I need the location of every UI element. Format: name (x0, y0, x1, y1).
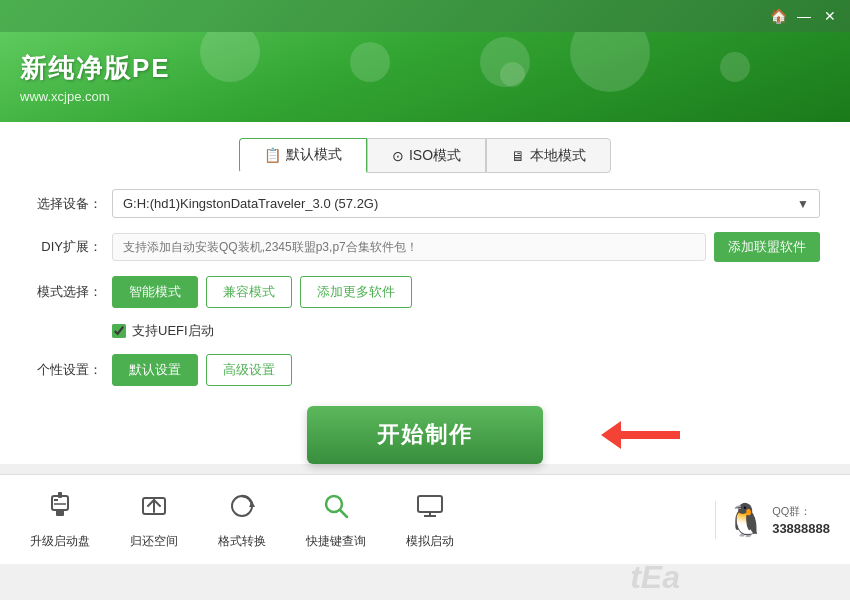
start-button-row: 开始制作 (30, 406, 820, 464)
format-icon (226, 490, 258, 529)
close-icon: ✕ (824, 8, 836, 24)
toolbar-item-simulate[interactable]: 模拟启动 (386, 482, 474, 558)
tab-iso[interactable]: ⊙ ISO模式 (367, 138, 486, 173)
mode-row: 模式选择： 智能模式 兼容模式 添加更多软件 (30, 276, 820, 308)
diy-label: DIY扩展： (30, 238, 102, 256)
mode-more-button[interactable]: 添加更多软件 (300, 276, 412, 308)
toolbar-item-restore[interactable]: 归还空间 (110, 482, 198, 558)
mode-label: 模式选择： (30, 283, 102, 301)
mode-compat-button[interactable]: 兼容模式 (206, 276, 292, 308)
uefi-label: 支持UEFI启动 (132, 322, 214, 340)
tab-default-icon: 📋 (264, 147, 281, 163)
tea-watermark: tEa (630, 559, 680, 596)
title-bar: 🏠 — ✕ (0, 0, 850, 32)
qq-section: 🐧 QQ群： 33888888 (715, 501, 840, 539)
mode-smart-button[interactable]: 智能模式 (112, 276, 198, 308)
tab-local[interactable]: 🖥 本地模式 (486, 138, 611, 173)
device-select-wrap: G:H:(hd1)KingstonDataTraveler_3.0 (57.2G… (112, 189, 820, 218)
main-content: 📋 默认模式 ⊙ ISO模式 🖥 本地模式 选择设备： G:H:(hd1)Kin… (0, 122, 850, 464)
usb-icon (44, 490, 76, 529)
restore-icon (138, 490, 170, 529)
shortcut-icon (320, 490, 352, 529)
home-button[interactable]: 🏠 (766, 4, 790, 28)
qq-info: QQ群： 33888888 (772, 504, 830, 536)
mode-tabs: 📋 默认模式 ⊙ ISO模式 🖥 本地模式 (30, 138, 820, 173)
simulate-label: 模拟启动 (406, 533, 454, 550)
start-button[interactable]: 开始制作 (307, 406, 543, 464)
svg-line-10 (340, 510, 347, 517)
personal-advanced-button[interactable]: 高级设置 (206, 354, 292, 386)
qq-icon: 🐧 (726, 501, 766, 539)
header: 新纯净版PE www.xcjpe.com (0, 32, 850, 122)
toolbar-items: 升级启动盘 归还空间 格式转换 (10, 482, 715, 558)
svg-rect-2 (58, 492, 62, 498)
arrow-head-icon (601, 421, 621, 449)
add-alliance-button[interactable]: 添加联盟软件 (714, 232, 820, 262)
device-select-value: G:H:(hd1)KingstonDataTraveler_3.0 (57.2G… (123, 196, 378, 211)
device-row: 选择设备： G:H:(hd1)KingstonDataTraveler_3.0 … (30, 189, 820, 218)
toolbar-item-shortcut[interactable]: 快捷键查询 (286, 482, 386, 558)
qq-label: QQ群： (772, 504, 830, 519)
mode-buttons-wrap: 智能模式 兼容模式 添加更多软件 (112, 276, 820, 308)
device-label: 选择设备： (30, 195, 102, 213)
tab-default-label: 默认模式 (286, 146, 342, 164)
dropdown-arrow-icon: ▼ (797, 197, 809, 211)
qq-number: 33888888 (772, 521, 830, 536)
personal-row: 个性设置： 默认设置 高级设置 (30, 354, 820, 386)
bottom-toolbar: 升级启动盘 归还空间 格式转换 (0, 474, 850, 564)
uefi-checkbox[interactable] (112, 324, 126, 338)
personal-default-button[interactable]: 默认设置 (112, 354, 198, 386)
app-title: 新纯净版PE (20, 51, 171, 86)
simulate-icon (414, 490, 446, 529)
app-subtitle: www.xcjpe.com (20, 89, 171, 104)
diy-row: DIY扩展： 添加联盟软件 (30, 232, 820, 262)
upgrade-label: 升级启动盘 (30, 533, 90, 550)
tab-local-label: 本地模式 (530, 147, 586, 165)
toolbar-item-upgrade[interactable]: 升级启动盘 (10, 482, 110, 558)
close-button[interactable]: ✕ (818, 4, 842, 28)
arrow-shaft (620, 431, 680, 439)
home-icon: 🏠 (770, 8, 787, 24)
minimize-button[interactable]: — (792, 4, 816, 28)
personal-buttons-wrap: 默认设置 高级设置 (112, 354, 820, 386)
toolbar-item-format[interactable]: 格式转换 (198, 482, 286, 558)
tab-default[interactable]: 📋 默认模式 (239, 138, 367, 173)
tab-iso-icon: ⊙ (392, 148, 404, 164)
svg-rect-11 (418, 496, 442, 512)
device-select[interactable]: G:H:(hd1)KingstonDataTraveler_3.0 (57.2G… (112, 189, 820, 218)
tab-iso-label: ISO模式 (409, 147, 461, 165)
arrow-indicator (601, 421, 680, 449)
personal-label: 个性设置： (30, 361, 102, 379)
app-logo: 新纯净版PE www.xcjpe.com (20, 51, 171, 104)
diy-input-wrap: 添加联盟软件 (112, 232, 820, 262)
svg-rect-1 (56, 510, 64, 516)
format-label: 格式转换 (218, 533, 266, 550)
restore-label: 归还空间 (130, 533, 178, 550)
uefi-row: 支持UEFI启动 (112, 322, 820, 340)
svg-rect-0 (52, 496, 68, 510)
minimize-icon: — (797, 8, 811, 24)
shortcut-label: 快捷键查询 (306, 533, 366, 550)
diy-input[interactable] (112, 233, 706, 261)
tab-local-icon: 🖥 (511, 148, 525, 164)
